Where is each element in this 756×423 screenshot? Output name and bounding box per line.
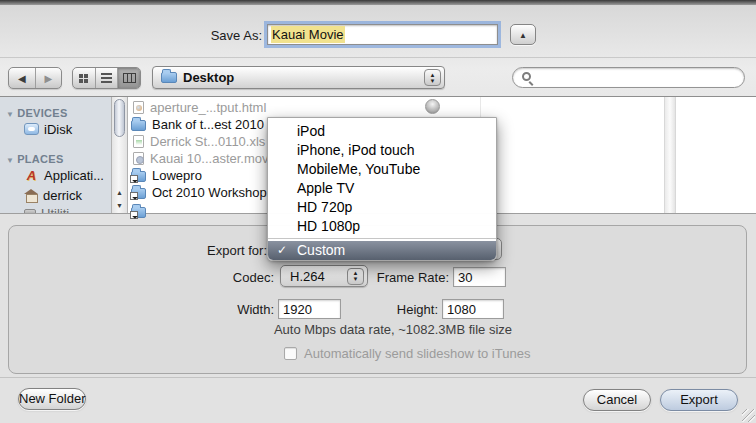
column-divider[interactable]: [664, 97, 676, 213]
folder-icon: [161, 72, 177, 83]
folder-icon: [131, 120, 146, 131]
collapse-sheet-button[interactable]: ▲: [510, 24, 536, 45]
search-icon: [522, 72, 531, 81]
alias-folder-icon: [131, 171, 146, 182]
disclosure-triangle-icon[interactable]: ▼: [6, 156, 14, 165]
view-mode-control: [72, 67, 141, 89]
scroll-down-button[interactable]: ▼: [112, 199, 127, 212]
icon-view-button[interactable]: [73, 68, 95, 88]
height-input[interactable]: [442, 299, 504, 319]
idisk-icon: [24, 123, 39, 135]
stepper-down-icon: ▼: [353, 276, 359, 282]
movie-file-icon: [133, 152, 144, 165]
column-view-icon: [123, 73, 136, 83]
popup-stepper-icon: ▲ ▼: [424, 69, 441, 86]
sidebar-item-applications[interactable]: Applicati...: [0, 167, 111, 183]
footer-divider: [0, 377, 756, 378]
history-nav-control: ◀ ▶: [8, 67, 62, 89]
sidebar-scrollbar[interactable]: ▲ ▼: [111, 97, 128, 213]
frame-rate-label: Frame Rate:: [361, 270, 449, 285]
codec-popup[interactable]: H.264 ▲ ▼: [280, 265, 368, 287]
applications-icon: [24, 168, 39, 183]
save-as-selected-text: Kauai Movie: [271, 26, 345, 43]
disclosure-triangle-icon[interactable]: ▼: [6, 110, 14, 119]
collapse-triangle-icon: ▲: [519, 31, 527, 40]
file-preview-icon: [425, 99, 440, 114]
export-for-label: Export for:: [167, 243, 267, 258]
itunes-checkbox: [284, 347, 297, 360]
list-view-icon: [101, 73, 112, 83]
save-as-label: Save As:: [170, 28, 262, 43]
location-popup[interactable]: Desktop ▲ ▼: [152, 66, 445, 89]
back-arrow-icon: ◀: [18, 73, 26, 84]
html-file-icon: [133, 101, 144, 114]
resize-grip-icon[interactable]: [742, 409, 755, 422]
alias-folder-icon: [131, 207, 146, 218]
sidebar-item-label: derrick: [43, 188, 82, 203]
forward-button[interactable]: ▶: [35, 68, 62, 88]
data-rate-text: Auto Mbps data rate, ~1082.3MB file size: [243, 322, 543, 337]
home-icon: [24, 189, 38, 202]
height-label: Height:: [338, 302, 438, 317]
scrollbar-thumb[interactable]: [114, 99, 125, 137]
spreadsheet-file-icon: [133, 135, 144, 148]
menu-item-hd-1080p[interactable]: HD 1080p: [268, 217, 496, 236]
menu-separator: [268, 238, 496, 239]
sidebar-item-home[interactable]: derrick: [0, 187, 111, 203]
alias-arrow-icon: [130, 192, 138, 200]
menu-item-ipod[interactable]: iPod: [268, 122, 496, 141]
stepper-down-icon: ▼: [430, 78, 436, 84]
list-view-button[interactable]: [95, 68, 118, 88]
location-label: Desktop: [183, 70, 234, 85]
export-for-menu: iPod iPhone, iPod touch MobileMe, YouTub…: [267, 117, 497, 261]
sidebar-item-label: Utiliti...: [41, 206, 80, 214]
scroll-up-button[interactable]: ▲: [112, 186, 127, 199]
save-as-input[interactable]: Kauai Movie: [267, 24, 498, 45]
itunes-checkbox-label: Automatically send slideshow to iTunes: [304, 346, 530, 361]
codec-label: Codec:: [174, 270, 274, 285]
checkmark-icon: ✓: [277, 241, 287, 260]
sidebar-item-label: iDisk: [44, 122, 72, 137]
export-button[interactable]: Export: [660, 389, 738, 411]
sidebar-item-label: Applicati...: [44, 168, 104, 183]
sidebar-header-devices: ▼DEVICES: [6, 107, 68, 119]
menu-item-label: Custom: [297, 242, 345, 258]
width-input[interactable]: [278, 299, 341, 319]
search-input[interactable]: [537, 69, 737, 86]
header-divider: [0, 57, 756, 58]
search-field[interactable]: [512, 67, 745, 88]
menu-item-custom[interactable]: ✓ Custom: [268, 241, 496, 260]
scroll-up-icon: ▲: [116, 189, 123, 196]
icon-view-icon: [79, 74, 88, 83]
column-view-button[interactable]: [117, 68, 140, 88]
sidebar: ▼DEVICES iDisk ▼PLACES Applicati... derr…: [0, 97, 111, 213]
sidebar-item-utilities[interactable]: Utiliti...: [0, 205, 111, 213]
codec-value: H.264: [290, 269, 325, 284]
cancel-button[interactable]: Cancel: [583, 389, 651, 411]
utilities-icon: [24, 209, 36, 213]
menu-item-iphone-ipod-touch[interactable]: iPhone, iPod touch: [268, 141, 496, 160]
new-folder-button[interactable]: New Folder: [18, 388, 86, 410]
sidebar-item-idisk[interactable]: iDisk: [0, 121, 111, 137]
save-export-dialog: Save As: Kauai Movie ▲ ◀ ▶ Desktop ▲ ▼: [0, 0, 756, 423]
scroll-down-icon: ▼: [116, 202, 123, 209]
sidebar-header-places: ▼PLACES: [6, 153, 64, 165]
alias-folder-icon: [131, 188, 146, 199]
forward-arrow-icon: ▶: [44, 73, 52, 84]
menu-item-mobileme-youtube[interactable]: MobileMe, YouTube: [268, 160, 496, 179]
alias-arrow-icon: [130, 175, 138, 183]
menu-item-hd-720p[interactable]: HD 720p: [268, 198, 496, 217]
frame-rate-input[interactable]: [453, 267, 506, 287]
back-button[interactable]: ◀: [9, 68, 35, 88]
menu-item-apple-tv[interactable]: Apple TV: [268, 179, 496, 198]
width-label: Width:: [174, 302, 274, 317]
alias-arrow-icon: [130, 211, 138, 219]
